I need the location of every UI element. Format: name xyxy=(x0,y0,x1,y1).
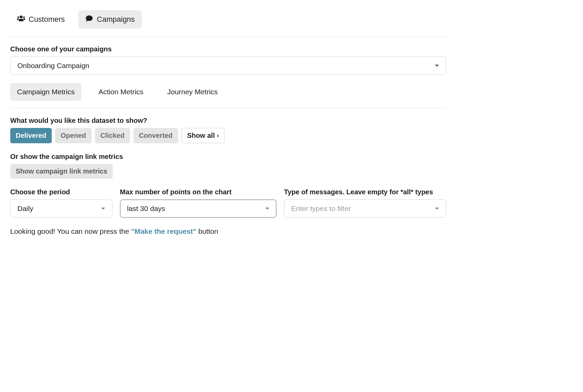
make-request-emph: "Make the request" xyxy=(131,227,196,235)
show-link-metrics-button[interactable]: Show campaign link metrics xyxy=(10,164,113,179)
pill-opened[interactable]: Opened xyxy=(55,128,91,143)
chevron-down-icon xyxy=(101,208,105,210)
types-select[interactable]: Enter types to filter xyxy=(284,199,446,218)
points-select-value: last 30 days xyxy=(127,205,165,213)
link-metrics-row: Show campaign link metrics xyxy=(10,164,446,179)
pill-show-all[interactable]: Show all › xyxy=(182,128,225,143)
tab-customers-label: Customers xyxy=(29,15,65,24)
period-col: Choose the period Daily xyxy=(10,188,112,218)
period-label: Choose the period xyxy=(10,188,112,196)
comment-icon xyxy=(85,15,93,24)
metrics-tabs: Campaign Metrics Action Metrics Journey … xyxy=(10,83,446,109)
link-metrics-label: Or show the campaign link metrics xyxy=(10,153,446,161)
status-hint: Looking good! You can now press the "Mak… xyxy=(10,227,446,235)
tab-customers[interactable]: Customers xyxy=(10,10,72,29)
tab-campaign-metrics[interactable]: Campaign Metrics xyxy=(10,83,81,101)
types-label: Type of messages. Leave empty for *all* … xyxy=(284,188,446,196)
choose-campaign-label: Choose one of your campaigns xyxy=(10,45,446,53)
points-select[interactable]: last 30 days xyxy=(120,199,277,218)
campaign-select-value: Onboarding Campaign xyxy=(17,62,89,70)
types-col: Type of messages. Leave empty for *all* … xyxy=(284,188,446,218)
tab-journey-metrics[interactable]: Journey Metrics xyxy=(160,83,224,101)
dataset-pills: Delivered Opened Clicked Converted Show … xyxy=(10,128,446,143)
top-tabs: Customers Campaigns xyxy=(10,10,446,37)
pill-converted[interactable]: Converted xyxy=(133,128,178,143)
period-select[interactable]: Daily xyxy=(10,199,112,218)
pill-delivered[interactable]: Delivered xyxy=(10,128,52,143)
chevron-down-icon xyxy=(435,208,439,210)
campaign-select[interactable]: Onboarding Campaign xyxy=(10,56,446,75)
types-select-placeholder: Enter types to filter xyxy=(291,205,351,213)
chevron-down-icon xyxy=(435,65,439,67)
tab-action-metrics[interactable]: Action Metrics xyxy=(92,83,150,101)
tab-campaigns-label: Campaigns xyxy=(97,15,135,24)
chevron-right-icon: › xyxy=(217,132,219,139)
points-label: Max number of points on the chart xyxy=(120,188,277,196)
tab-campaigns[interactable]: Campaigns xyxy=(78,10,141,29)
dataset-question-label: What would you like this dataset to show… xyxy=(10,117,446,125)
controls-row: Choose the period Daily Max number of po… xyxy=(10,188,446,218)
period-select-value: Daily xyxy=(17,205,33,213)
points-col: Max number of points on the chart last 3… xyxy=(120,188,277,218)
users-icon xyxy=(17,15,25,24)
chevron-down-icon xyxy=(265,208,269,210)
pill-clicked[interactable]: Clicked xyxy=(95,128,130,143)
